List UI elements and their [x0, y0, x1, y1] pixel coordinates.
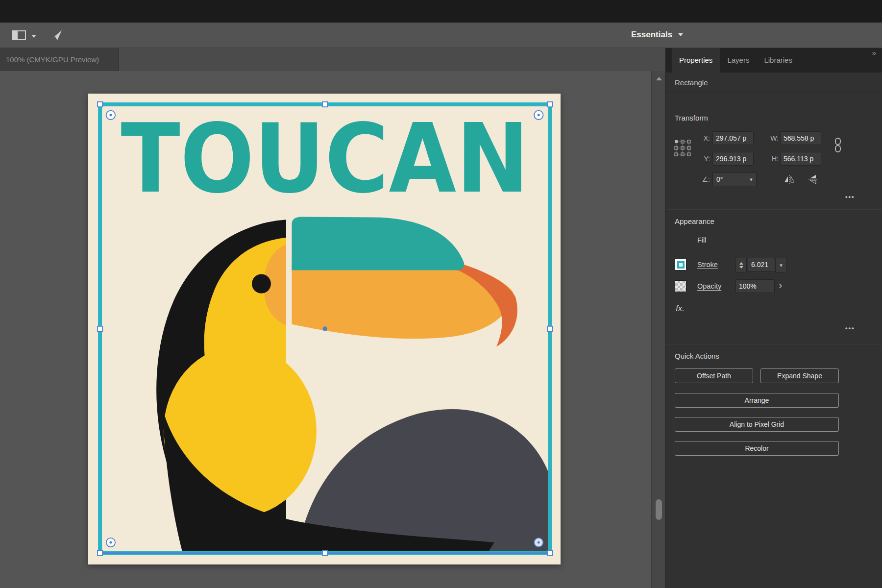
arrange-button[interactable]: Arrange: [675, 393, 839, 408]
selection-handle[interactable]: [547, 102, 552, 107]
toucan-eye[interactable]: [252, 274, 271, 294]
link-dimensions-icon[interactable]: [832, 137, 844, 155]
chevron-down-icon: ▾: [746, 173, 756, 186]
stroke-weight-stepper[interactable]: [735, 258, 747, 272]
opacity-chevron-icon[interactable]: ›: [779, 278, 782, 293]
chevron-down-icon: [678, 33, 683, 36]
system-top-bar: [0, 0, 882, 23]
corner-widget[interactable]: [106, 538, 115, 547]
workspace-layout-icon[interactable]: [12, 30, 26, 42]
properties-panel: Properties Layers Libraries » Rectangle …: [665, 48, 882, 588]
effects-button[interactable]: fx.: [676, 304, 685, 314]
selection-type-header: Rectangle: [666, 73, 882, 93]
tab-libraries[interactable]: Libraries: [757, 48, 800, 73]
document-tab-strip: 100% (CMYK/GPU Preview): [0, 48, 665, 71]
vertical-scrollbar[interactable]: [651, 71, 665, 588]
toucan-upper-beak[interactable]: [292, 217, 464, 270]
w-field[interactable]: 568.558 p: [780, 131, 821, 145]
section-divider: [666, 344, 882, 345]
workspace-switcher[interactable]: Essentials: [631, 30, 683, 40]
corner-widget[interactable]: [106, 111, 115, 120]
opacity-field[interactable]: 100%: [735, 279, 775, 293]
selection-handle[interactable]: [322, 551, 327, 556]
x-label: X:: [693, 131, 710, 145]
illustrator-home-icon[interactable]: [50, 29, 63, 43]
stroke-weight-field[interactable]: 6.021: [748, 258, 775, 271]
tab-properties[interactable]: Properties: [672, 48, 720, 73]
stroke-swatch[interactable]: [675, 259, 686, 270]
opacity-link[interactable]: Opacity: [697, 280, 721, 292]
x-field[interactable]: 297.057 p: [712, 131, 754, 145]
selection-handle[interactable]: [322, 102, 327, 107]
expand-shape-button[interactable]: Expand Shape: [760, 368, 839, 383]
section-divider: [666, 209, 882, 210]
artboard[interactable]: TOUCAN: [88, 94, 561, 564]
y-field[interactable]: 296.913 p: [712, 152, 754, 166]
stroke-color-ring: [677, 261, 685, 269]
scroll-up-icon[interactable]: [656, 77, 662, 80]
document-tab[interactable]: 100% (CMYK/GPU Preview): [0, 48, 119, 71]
stepper-up-icon[interactable]: [739, 262, 743, 265]
canvas[interactable]: TOUCAN: [0, 71, 651, 588]
app-bar: Essentials Search Adobe Stock: [0, 23, 882, 48]
offset-path-button[interactable]: Offset Path: [675, 368, 753, 383]
rotation-dropdown[interactable]: 0° ▾: [712, 172, 757, 186]
h-field[interactable]: 566.113 p: [780, 152, 821, 166]
rotation-value: 0°: [713, 175, 746, 183]
selection-handle[interactable]: [547, 326, 552, 331]
stroke-weight-dropdown-icon[interactable]: ▾: [775, 258, 787, 272]
transform-section-title: Transform: [675, 114, 708, 122]
workspace-name: Essentials: [631, 30, 672, 40]
corner-widget[interactable]: [534, 111, 543, 120]
stroke-link[interactable]: Stroke: [697, 259, 718, 270]
fill-label: Fill: [697, 234, 707, 246]
corner-widget[interactable]: [534, 538, 543, 547]
selection-handle[interactable]: [98, 102, 102, 107]
toucan-poster: TOUCAN: [88, 94, 561, 564]
reference-point-icon[interactable]: [674, 140, 691, 158]
scrollbar-thumb[interactable]: [656, 499, 662, 520]
flip-vertical-icon[interactable]: [808, 174, 819, 186]
selection-center-point[interactable]: [323, 326, 327, 331]
workspace-caret-icon[interactable]: [31, 35, 36, 38]
poster-title[interactable]: TOUCAN: [121, 103, 529, 214]
panel-expand-icon[interactable]: »: [872, 49, 876, 57]
illustrator-app: { "app": { "workspace_menu": "Essentials…: [0, 0, 882, 588]
stepper-down-icon[interactable]: [739, 266, 743, 269]
selection-handle[interactable]: [98, 326, 102, 331]
quick-actions-title: Quick Actions: [675, 352, 719, 360]
selection-handle[interactable]: [98, 551, 102, 556]
panel-tab-bar: Properties Layers Libraries: [666, 48, 882, 73]
tab-layers[interactable]: Layers: [720, 48, 757, 73]
appearance-more-options-icon[interactable]: •••: [845, 324, 855, 332]
w-label: W:: [762, 131, 779, 145]
y-label: Y:: [693, 152, 710, 166]
opacity-swatch[interactable]: [675, 280, 686, 292]
align-to-pixel-grid-button[interactable]: Align to Pixel Grid: [675, 417, 839, 432]
appearance-section-title: Appearance: [675, 217, 714, 225]
transform-more-options-icon[interactable]: •••: [845, 193, 855, 200]
flip-horizontal-icon[interactable]: [784, 174, 795, 186]
recolor-button[interactable]: Recolor: [675, 441, 839, 456]
h-label: H:: [762, 152, 779, 166]
selection-handle[interactable]: [547, 551, 552, 556]
angle-label: ∠:: [693, 172, 710, 186]
